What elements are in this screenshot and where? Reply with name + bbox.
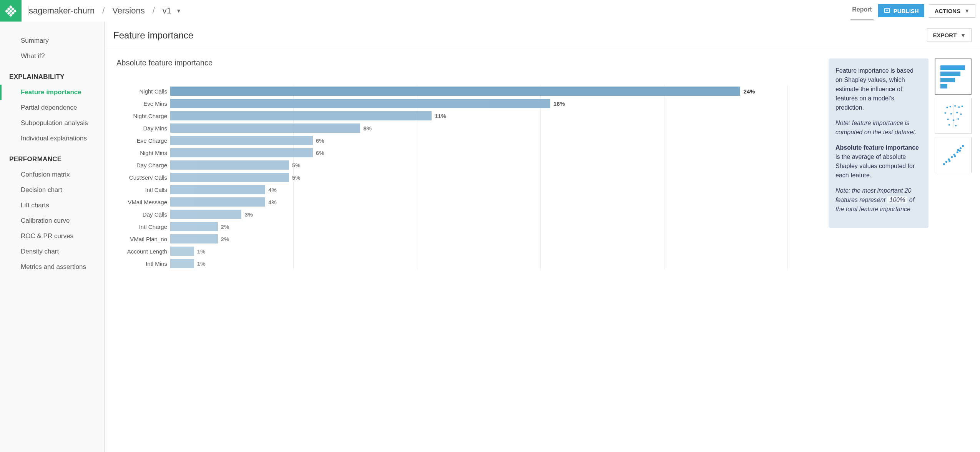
caret-down-icon: ▼ xyxy=(960,32,966,38)
bar-label: Eve Mins xyxy=(116,100,170,107)
main-header: Feature importance EXPORT ▼ xyxy=(105,22,980,49)
bar[interactable]: 6% xyxy=(170,136,313,145)
sidebar-item-density-chart[interactable]: Density chart xyxy=(0,244,104,259)
info-text: Feature importance is based on Shapley v… xyxy=(835,66,922,112)
thumb-beeswarm[interactable] xyxy=(935,98,972,134)
page-title: Feature importance xyxy=(113,30,193,41)
sidebar-item-decision-chart[interactable]: Decision chart xyxy=(0,182,104,198)
bar[interactable]: 8% xyxy=(170,123,360,133)
publish-button[interactable]: PUBLISH xyxy=(878,4,924,17)
sidebar-item-subpopulation[interactable]: Subpopulation analysis xyxy=(0,115,104,131)
bar-value: 8% xyxy=(363,125,372,132)
bar-label: VMail Message xyxy=(116,199,170,205)
bar-row: Day Charge5% xyxy=(170,159,788,171)
main-content: Feature importance EXPORT ▼ Absolute fea… xyxy=(105,22,980,452)
bar-row: Night Calls24% xyxy=(170,85,788,97)
report-link[interactable]: Report xyxy=(850,2,874,20)
sidebar-item-partial-dependence[interactable]: Partial dependence xyxy=(0,100,104,115)
bar[interactable]: 11% xyxy=(170,111,432,120)
feature-importance-chart: Night Calls24%Eve Mins16%Night Charge11%… xyxy=(116,85,822,270)
svg-point-29 xyxy=(943,163,945,165)
bar-row: Night Mins6% xyxy=(170,147,788,159)
bar[interactable]: 3% xyxy=(170,210,241,219)
bar-value: 24% xyxy=(743,88,755,95)
bar-value: 2% xyxy=(221,223,229,230)
thumb-scatter[interactable] xyxy=(935,137,972,173)
bar[interactable]: 5% xyxy=(170,160,289,170)
bar-row: Eve Mins16% xyxy=(170,97,788,110)
sidebar-item-whatif[interactable]: What if? xyxy=(0,48,104,64)
bar-label: Day Calls xyxy=(116,211,170,218)
bar-value: 5% xyxy=(292,174,301,181)
bar-label: Day Mins xyxy=(116,125,170,132)
bar[interactable]: 4% xyxy=(170,185,265,194)
breadcrumb-app[interactable]: sagemaker-churn xyxy=(28,6,95,16)
bar-label: Night Calls xyxy=(116,88,170,95)
bar-row: Account Length1% xyxy=(170,245,788,257)
bar[interactable]: 1% xyxy=(170,259,194,268)
bar-row: Intl Charge2% xyxy=(170,220,788,233)
breadcrumb: sagemaker-churn / Versions / v1 ▼ xyxy=(22,6,181,16)
bar[interactable]: 5% xyxy=(170,173,289,182)
svg-point-30 xyxy=(945,161,947,163)
bar-value: 1% xyxy=(197,248,206,255)
thumb-bar-chart[interactable] xyxy=(935,58,972,95)
svg-point-16 xyxy=(950,106,951,107)
svg-rect-13 xyxy=(940,84,947,88)
info-note: Note: feature importance is computed on … xyxy=(835,118,922,137)
sidebar-item-lift-charts[interactable]: Lift charts xyxy=(0,198,104,213)
breadcrumb-versions[interactable]: Versions xyxy=(112,6,145,16)
bar[interactable]: 2% xyxy=(170,234,218,244)
breadcrumb-version: v1 xyxy=(163,6,171,16)
sidebar-item-calibration-curve[interactable]: Calibration curve xyxy=(0,213,104,229)
bar-value: 5% xyxy=(292,162,301,168)
svg-point-19 xyxy=(962,105,963,107)
bar-row: VMail Message4% xyxy=(170,196,788,208)
svg-point-32 xyxy=(948,160,950,162)
svg-point-17 xyxy=(954,105,956,107)
sidebar-item-metrics-assertions[interactable]: Metrics and assertions xyxy=(0,259,104,275)
bar-row: CustServ Calls5% xyxy=(170,171,788,183)
bar[interactable]: 6% xyxy=(170,148,313,157)
bar-label: VMail Plan_no xyxy=(116,236,170,242)
info-note: Note: the most important 20 features rep… xyxy=(835,186,922,214)
bar-value: 11% xyxy=(435,113,446,119)
bar-label: Account Length xyxy=(116,248,170,255)
sidebar-header-performance: PERFORMANCE xyxy=(0,146,104,167)
sidebar-item-confusion-matrix[interactable]: Confusion matrix xyxy=(0,167,104,182)
sidebar-item-roc-pr[interactable]: ROC & PR curves xyxy=(0,229,104,244)
svg-point-23 xyxy=(960,113,962,115)
sidebar-item-individual-explanations[interactable]: Individual explanations xyxy=(0,131,104,146)
sidebar-item-summary[interactable]: Summary xyxy=(0,33,104,48)
bar[interactable]: 24% xyxy=(170,87,740,96)
sidebar-item-feature-importance[interactable]: Feature importance xyxy=(0,85,104,100)
info-panel: Feature importance is based on Shapley v… xyxy=(829,58,929,228)
svg-rect-11 xyxy=(940,72,960,76)
svg-point-24 xyxy=(947,118,949,120)
bar-row: Day Mins8% xyxy=(170,122,788,134)
bar-chart-icon xyxy=(939,63,967,90)
bar-value: 6% xyxy=(316,137,324,144)
bar[interactable]: 16% xyxy=(170,99,550,108)
svg-point-15 xyxy=(947,107,948,108)
bar-label: Night Mins xyxy=(116,150,170,156)
version-dropdown[interactable]: v1 ▼ xyxy=(163,6,181,16)
bar-label: Intl Charge xyxy=(116,223,170,230)
export-button[interactable]: EXPORT ▼ xyxy=(927,28,972,42)
bar-row: Intl Calls4% xyxy=(170,183,788,196)
sidebar-header-explainability: EXPLAINABILITY xyxy=(0,64,104,85)
bar[interactable]: 4% xyxy=(170,197,265,207)
bar[interactable]: 1% xyxy=(170,247,194,256)
svg-point-40 xyxy=(962,145,964,147)
svg-point-36 xyxy=(957,151,958,153)
app-logo[interactable] xyxy=(0,0,22,22)
svg-point-22 xyxy=(956,112,958,113)
bar[interactable]: 2% xyxy=(170,222,218,231)
svg-point-38 xyxy=(960,147,962,149)
bar-row: VMail Plan_no2% xyxy=(170,233,788,245)
bar-label: Intl Calls xyxy=(116,187,170,193)
bar-value: 1% xyxy=(197,260,206,267)
svg-rect-12 xyxy=(940,78,955,82)
actions-button[interactable]: ACTIONS ▼ xyxy=(929,4,975,18)
topbar: sagemaker-churn / Versions / v1 ▼ Report… xyxy=(0,0,980,22)
